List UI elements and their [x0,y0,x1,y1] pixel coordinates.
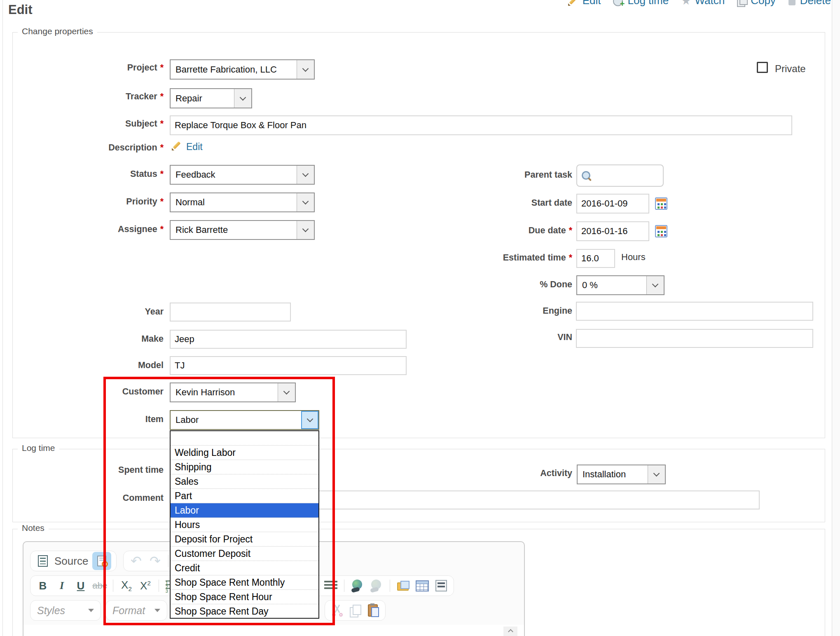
undo-button[interactable]: ↶ [129,553,143,569]
delete-link-label: Delete [800,0,831,7]
item-label: Item [16,414,164,425]
customer-select[interactable]: Kevin Harrison [170,383,296,402]
insert-image-button[interactable] [396,577,411,594]
underline-button[interactable]: U [73,577,88,594]
activity-select[interactable]: Installation [577,465,666,484]
priority-select[interactable]: Normal [170,192,315,212]
issue-actions-bar: Edit Log time ★ Watch Copy Delete [568,0,831,7]
tracker-select-button[interactable] [234,89,251,108]
priority-select-button[interactable] [297,193,314,211]
parent-task-label: Parent task [428,170,572,180]
start-date-input[interactable] [576,194,649,214]
vin-input[interactable] [576,329,813,348]
project-select-button[interactable] [297,60,314,79]
status-select-button[interactable] [297,166,314,184]
item-dropdown-option[interactable]: Part [171,489,318,503]
subscript-button[interactable]: X2 [119,577,134,594]
customer-select-button[interactable] [278,383,295,401]
bold-button[interactable]: B [35,577,50,594]
source-button[interactable] [35,553,50,569]
toolbar-separator [113,580,113,592]
paste-icon [368,604,378,617]
link-button[interactable] [350,577,365,594]
make-label: Make [16,334,164,344]
superscript-button[interactable]: X2 [138,577,153,594]
item-dropdown-option[interactable]: Shop Space Rent Day [171,604,318,619]
private-checkbox[interactable] [757,62,768,73]
page-left-border [2,0,3,636]
chevron-down-icon [302,171,309,177]
priority-label: Priority* [16,197,164,207]
log-time-legend: Log time [18,443,59,453]
assignee-select-button[interactable] [297,221,314,239]
activity-select-button[interactable] [648,465,665,483]
blockquote-button[interactable] [434,577,449,594]
page-scrollbar-strip[interactable] [832,0,840,636]
templates-button[interactable] [92,552,111,570]
copy-link[interactable]: Copy [737,0,776,7]
assignee-select[interactable]: Rick Barrette [170,220,315,240]
unlink-button[interactable] [369,577,384,594]
item-dropdown-option[interactable]: Shipping [171,460,318,474]
editor-scrollbar[interactable] [503,627,517,636]
item-dropdown-option[interactable]: Welding Labor [171,446,318,460]
project-label: Project* [16,63,164,73]
copy-link-label: Copy [751,0,776,7]
delete-link[interactable]: Delete [788,0,831,7]
item-dropdown-option[interactable] [171,431,318,446]
year-input[interactable] [170,303,291,322]
edit-link-label: Edit [583,0,601,7]
description-edit-link[interactable]: Edit [186,141,203,153]
tracker-select[interactable]: Repair [170,88,252,108]
justify-block-button[interactable] [323,577,338,594]
parent-task-input[interactable] [576,164,664,187]
redo-button[interactable]: ↷ [147,553,162,569]
item-select-button[interactable] [301,411,318,429]
watch-link[interactable]: ★ Watch [681,0,725,7]
item-dropdown-option[interactable]: Labor [171,503,318,518]
styles-dropdown[interactable]: Styles [30,600,101,621]
percent-done-select-button[interactable] [646,276,664,294]
model-label: Model [16,360,164,371]
item-dropdown-option[interactable]: Customer Deposit [171,547,318,561]
assignee-label: Assignee* [16,224,164,235]
due-date-input[interactable] [576,221,649,241]
change-properties-legend: Change properties [18,26,97,36]
item-dropdown-option[interactable]: Shop Space Rent Hour [171,590,318,604]
item-dropdown-option[interactable]: Sales [171,474,318,489]
subject-input[interactable] [170,115,792,135]
copy-button[interactable] [348,602,363,619]
item-dropdown-option[interactable]: Shop Space Rent Monthly [171,575,318,590]
status-select[interactable]: Feedback [170,165,315,185]
star-icon: ★ [681,0,691,6]
model-input[interactable] [170,356,407,375]
calendar-icon[interactable] [655,225,667,237]
chevron-down-icon [653,470,660,477]
make-input[interactable] [170,330,407,349]
item-dropdown-option[interactable]: Hours [171,518,318,532]
caret-down-icon [88,609,94,612]
estimated-time-input[interactable] [576,249,615,268]
project-select[interactable]: Barrette Fabrication, LLC [170,59,315,80]
engine-input[interactable] [576,302,813,321]
chevron-down-icon [302,198,309,205]
chevron-down-icon [240,94,246,101]
item-select[interactable]: Labor [170,410,319,430]
item-dropdown-option[interactable]: Credit [171,561,318,575]
calendar-icon[interactable] [655,197,667,210]
item-dropdown-option[interactable]: Deposit for Project [171,532,318,547]
paste-button[interactable] [365,602,380,619]
strikethrough-button[interactable]: abc [92,577,107,594]
log-time-link[interactable]: Log time [613,0,669,7]
pencil-icon [172,140,183,151]
notes-editor-content[interactable] [23,625,524,636]
italic-button[interactable]: I [54,577,69,594]
edit-link[interactable]: Edit [568,0,601,7]
year-label: Year [16,307,164,317]
tracker-label: Tracker* [16,92,164,102]
insert-table-button[interactable] [415,577,430,594]
percent-done-select[interactable]: 0 % [576,275,665,295]
document-lines-icon [435,580,447,591]
cut-button[interactable] [330,602,345,619]
format-dropdown[interactable]: Format [105,600,167,621]
